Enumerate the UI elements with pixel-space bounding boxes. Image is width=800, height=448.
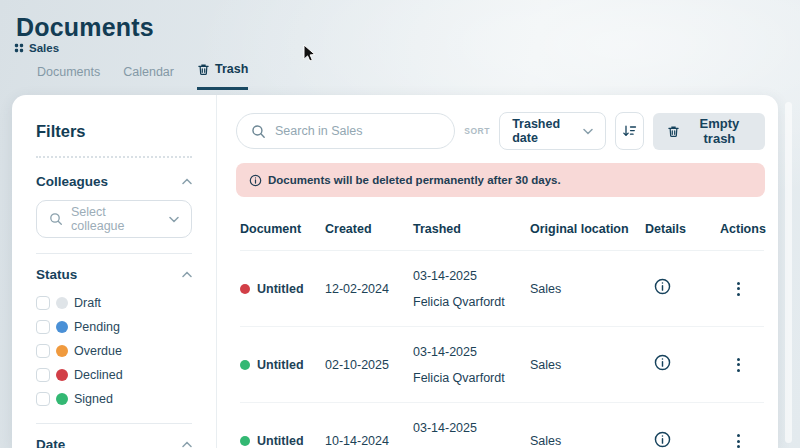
sort-select[interactable]: Trashed date (499, 112, 606, 150)
chevron-up-icon (182, 271, 192, 278)
document-status-dot (240, 436, 250, 446)
column-header-created: Created (325, 222, 413, 236)
status-section-header[interactable]: Status (36, 267, 192, 282)
status-option-label: Overdue (74, 344, 122, 358)
document-name: Untitled (257, 282, 304, 296)
status-option-label: Pending (74, 320, 120, 334)
kebab-menu-icon (737, 358, 740, 372)
chevron-down-icon (169, 216, 179, 223)
status-checkbox-pending[interactable] (36, 320, 50, 334)
retention-warning-banner: Documents will be deleted permanently af… (236, 163, 765, 197)
chevron-down-icon (583, 128, 593, 135)
sort-select-value: Trashed date (512, 117, 583, 145)
sort-descending-icon (621, 124, 637, 138)
trashed-by: Felicia Qvarfordt (413, 441, 530, 448)
sort-label: SORT (464, 126, 490, 136)
info-icon (654, 278, 671, 295)
status-option-overdue[interactable]: Overdue (36, 341, 192, 360)
trashed-by: Felicia Qvarfordt (413, 365, 530, 391)
document-name: Untitled (257, 434, 304, 448)
toolbar: SORT Trashed date Empty trash (217, 95, 778, 150)
table-row[interactable]: Untitled 02-10-2025 03-14-2025 Felicia Q… (240, 327, 764, 403)
divider (36, 423, 192, 424)
trashed-date: 03-14-2025 (413, 263, 530, 289)
table-header-row: Document Created Trashed Original locati… (240, 207, 764, 251)
table-row[interactable]: Untitled 12-02-2024 03-14-2025 Felicia Q… (240, 251, 764, 327)
status-checkbox-signed[interactable] (36, 392, 50, 406)
filters-sidebar: Filters Colleagues Select colleague S (12, 95, 217, 448)
column-header-actions: Actions (720, 222, 766, 236)
info-icon (654, 354, 671, 371)
trash-icon (667, 125, 680, 138)
colleague-select[interactable]: Select colleague (36, 200, 192, 238)
column-header-details: Details (645, 222, 720, 236)
status-option-draft[interactable]: Draft (36, 293, 192, 312)
row-actions-button[interactable] (720, 282, 764, 296)
status-label: Status (36, 267, 77, 282)
status-option-label: Signed (74, 392, 113, 406)
status-option-pending[interactable]: Pending (36, 317, 192, 336)
status-checkbox-draft[interactable] (36, 296, 50, 310)
search-input[interactable] (275, 124, 440, 138)
column-header-trashed: Trashed (413, 222, 530, 236)
info-icon (249, 174, 262, 187)
content-card: Filters Colleagues Select colleague S (12, 95, 778, 448)
divider (36, 156, 192, 158)
kebab-menu-icon (737, 282, 740, 296)
tab-calendar[interactable]: Calendar (123, 65, 174, 90)
trashed-date: 03-14-2025 (413, 415, 530, 441)
page-title: Documents (16, 13, 154, 42)
details-button[interactable] (645, 354, 720, 375)
original-location: Sales (530, 434, 645, 448)
workspace-grid-icon (14, 43, 24, 53)
date-section-header[interactable]: Date (36, 437, 192, 448)
colleagues-label: Colleagues (36, 174, 108, 189)
breadcrumb-label: Sales (29, 42, 59, 54)
vertical-scrollbar[interactable] (785, 102, 792, 443)
tab-documents[interactable]: Documents (37, 65, 100, 90)
colleague-select-placeholder: Select colleague (71, 205, 161, 233)
colleagues-section-header[interactable]: Colleagues (36, 174, 192, 189)
original-location: Sales (530, 358, 645, 372)
document-status-dot (240, 284, 250, 294)
status-checkbox-declined[interactable] (36, 368, 50, 382)
details-button[interactable] (645, 278, 720, 299)
date-label: Date (36, 437, 65, 448)
created-date: 10-14-2024 (325, 434, 413, 448)
main-panel: SORT Trashed date Empty trash (217, 95, 778, 448)
retention-warning-text: Documents will be deleted permanently af… (268, 174, 561, 186)
original-location: Sales (530, 282, 645, 296)
chevron-up-icon (182, 441, 192, 448)
column-header-document: Document (240, 222, 325, 236)
search-icon (251, 124, 266, 139)
status-dot-pending (56, 321, 68, 333)
tab-trash[interactable]: Trash (197, 62, 248, 90)
row-actions-button[interactable] (720, 434, 764, 448)
status-option-label: Draft (74, 296, 101, 310)
trashed-date: 03-14-2025 (413, 339, 530, 365)
status-dot-draft (56, 297, 68, 309)
status-dot-overdue (56, 345, 68, 357)
empty-trash-label: Empty trash (688, 116, 751, 146)
sort-direction-button[interactable] (615, 112, 644, 150)
details-button[interactable] (645, 431, 720, 448)
search-box (236, 113, 455, 149)
chevron-up-icon (182, 178, 192, 185)
table-row[interactable]: Untitled 10-14-2024 03-14-2025 Felicia Q… (240, 403, 764, 448)
document-name: Untitled (257, 358, 304, 372)
app-window: Documents Sales Documents Calendar Trash… (0, 0, 800, 448)
status-option-signed[interactable]: Signed (36, 389, 192, 408)
created-date: 12-02-2024 (325, 282, 413, 296)
divider (36, 253, 192, 254)
status-checkbox-overdue[interactable] (36, 344, 50, 358)
document-status-dot (240, 360, 250, 370)
kebab-menu-icon (737, 434, 740, 448)
created-date: 02-10-2025 (325, 358, 413, 372)
trash-icon (197, 63, 210, 76)
empty-trash-button[interactable]: Empty trash (653, 113, 765, 150)
tab-bar: Documents Calendar Trash (37, 62, 248, 90)
row-actions-button[interactable] (720, 358, 764, 372)
status-option-declined[interactable]: Declined (36, 365, 192, 384)
search-icon (49, 212, 63, 226)
breadcrumb: Sales (14, 42, 59, 54)
